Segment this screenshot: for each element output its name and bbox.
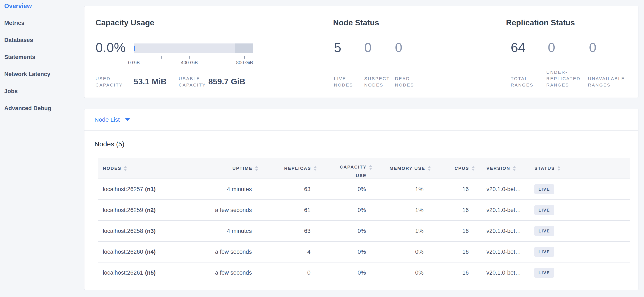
sidebar-item-network-latency[interactable]: Network Latency [0, 66, 84, 83]
status-cell: LIVE [534, 242, 554, 262]
table-row-node-5[interactable]: localhost:26261(n5) a few seconds 0 0% 0… [98, 263, 630, 283]
sort-icon [314, 166, 317, 171]
node-id: (n1) [145, 186, 156, 193]
column-header-capacity-use[interactable]: CAPACITY USE [338, 163, 372, 180]
version-cell: v20.1.0-bet… [486, 242, 526, 262]
suspect-nodes-label: SUSPECT NODES [364, 75, 396, 88]
used-capacity-label: USED CAPACITY [96, 75, 123, 88]
column-header-version[interactable]: VERSION [486, 158, 516, 179]
memory-use-cell: 0% [382, 242, 424, 262]
nodes-table-header: NODES UPTIME REPLICAS CAPACITY USE MEMOR… [98, 158, 630, 179]
unavailable-ranges-count: 0 [589, 40, 596, 55]
sidebar-item-databases[interactable]: Databases [0, 31, 84, 48]
sort-icon [124, 166, 127, 171]
column-header-label: VERSION [486, 166, 510, 171]
live-nodes-label: LIVE NODES [334, 75, 358, 88]
axis-tick-label-400: 400 GiB [181, 60, 198, 65]
capacity-use-cell: 0% [324, 242, 366, 262]
memory-use-cell: 1% [382, 221, 424, 241]
cpus-cell: 16 [431, 263, 469, 283]
status-cell: LIVE [534, 200, 554, 220]
axis-tick-label-0: 0 GiB [128, 60, 140, 65]
column-header-status[interactable]: STATUS [534, 158, 560, 179]
capacity-bar [134, 43, 253, 53]
chevron-down-icon [125, 118, 130, 121]
sort-icon [558, 166, 560, 171]
memory-use-cell: 1% [382, 179, 424, 199]
node-list-dropdown-label: Node List [94, 116, 120, 123]
status-cell: LIVE [534, 221, 554, 241]
capacity-bar-reserved-segment [235, 43, 253, 53]
sidebar-item-jobs[interactable]: Jobs [0, 83, 84, 100]
node-address-cell: localhost:26260(n4) [103, 242, 156, 262]
node-address-cell: localhost:26259(n2) [103, 200, 156, 220]
sidebar-item-statements[interactable]: Statements [0, 48, 84, 66]
sidebar: Overview Metrics Databases Statements Ne… [0, 0, 84, 297]
node-id: (n4) [145, 249, 156, 255]
total-ranges-label: TOTAL RANGES [511, 75, 540, 88]
status-cell: LIVE [534, 263, 554, 283]
sort-icon [369, 165, 372, 170]
uptime-cell: a few seconds [184, 200, 252, 220]
column-header-label: MEMORY USE [390, 166, 425, 171]
dead-nodes-label: DEAD NODES [395, 75, 420, 88]
capacity-use-cell: 0% [324, 179, 366, 199]
axis-tick [189, 56, 190, 59]
sidebar-item-advanced-debug[interactable]: Advanced Debug [0, 100, 84, 117]
column-header-nodes[interactable]: NODES [103, 158, 127, 179]
cpus-cell: 16 [431, 179, 469, 199]
node-address-cell: localhost:26257(n1) [103, 179, 156, 199]
sidebar-item-metrics[interactable]: Metrics [0, 14, 84, 31]
sort-icon [513, 166, 516, 171]
column-header-label: REPLICAS [284, 166, 311, 171]
nodes-table: NODES UPTIME REPLICAS CAPACITY USE MEMOR… [98, 158, 630, 284]
node-address-cell: localhost:26261(n5) [103, 263, 156, 283]
column-header-replicas[interactable]: REPLICAS [284, 158, 317, 179]
axis-tick-label-800: 800 GiB [236, 60, 253, 65]
axis-tick [217, 56, 217, 59]
version-cell: v20.1.0-bet… [486, 179, 526, 199]
sidebar-item-overview[interactable]: Overview [0, 0, 84, 14]
column-header-memory-use[interactable]: MEMORY USE [390, 158, 431, 179]
table-row-node-3[interactable]: localhost:26258(n3) 4 minutes 63 0% 1% 1… [98, 221, 630, 242]
column-header-cpus[interactable]: CPUS [455, 158, 475, 179]
status-badge: LIVE [534, 205, 554, 215]
axis-tick [244, 56, 245, 59]
usable-capacity-label: USABLE CAPACITY [179, 75, 208, 88]
status-badge: LIVE [534, 226, 554, 236]
column-header-label: STATUS [534, 166, 555, 171]
node-status-title: Node Status [333, 18, 379, 27]
node-list-dropdown[interactable]: Node List [94, 114, 130, 126]
used-capacity-value: 53.1 MiB [134, 77, 166, 86]
node-id: (n5) [145, 270, 156, 276]
cpus-cell: 16 [431, 242, 469, 262]
sort-icon [255, 166, 258, 171]
column-header-uptime[interactable]: UPTIME [232, 158, 258, 179]
total-ranges-count: 64 [511, 40, 526, 55]
memory-use-cell: 0% [382, 263, 424, 283]
table-row-node-4[interactable]: localhost:26260(n4) a few seconds 4 0% 0… [98, 242, 630, 263]
replicas-cell: 4 [269, 242, 310, 262]
node-address-cell: localhost:26258(n3) [103, 221, 156, 241]
capacity-used-percent: 0.0% [96, 40, 126, 55]
status-cell: LIVE [534, 179, 554, 199]
uptime-cell: a few seconds [184, 263, 252, 283]
dead-nodes-count: 0 [395, 40, 402, 55]
status-badge: LIVE [534, 184, 554, 194]
table-row-node-2[interactable]: localhost:26259(n2) a few seconds 61 0% … [98, 200, 630, 221]
axis-tick [134, 56, 134, 59]
divider [84, 130, 638, 131]
version-cell: v20.1.0-bet… [486, 263, 526, 283]
uptime-cell: 4 minutes [184, 221, 252, 241]
column-header-label: NODES [103, 166, 121, 171]
memory-use-cell: 1% [382, 200, 424, 220]
node-id: (n2) [145, 207, 156, 214]
version-cell: v20.1.0-bet… [486, 200, 526, 220]
uptime-cell: a few seconds [184, 242, 252, 262]
column-header-label: CPUS [455, 166, 469, 171]
table-row-node-1[interactable]: localhost:26257(n1) 4 minutes 63 0% 1% 1… [98, 179, 630, 200]
version-cell: v20.1.0-bet… [486, 221, 526, 241]
unavailable-ranges-label: UNAVAILABLE RANGES [588, 75, 636, 88]
node-list-card: Node List Nodes (5) NODES UPTIME REPLICA… [84, 109, 638, 290]
cpus-cell: 16 [431, 200, 469, 220]
